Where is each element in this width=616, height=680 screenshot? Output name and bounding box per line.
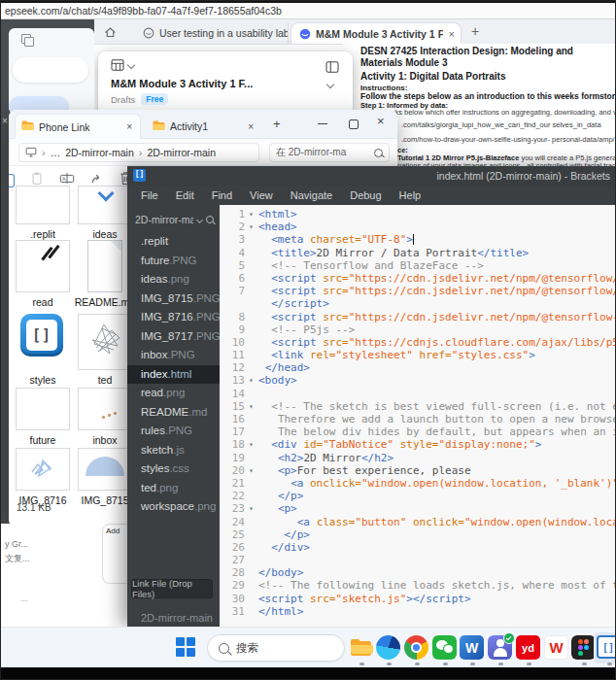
tab-label: M&M Module 3 Activity 1 Formst [316,28,443,40]
explorer-tab-activity1[interactable]: Activity1 × [147,114,261,139]
sidebar-search-icon[interactable] [206,216,214,223]
code-fold-icon[interactable]: ▾ [249,464,258,477]
tree-item-ideas-png[interactable]: ideas.png [127,270,220,289]
screen: epseek.com/a/chat/s/4a9f89bb-fa07-4a7f-9… [0,0,616,680]
browser-tab-user-testing[interactable]: User testing in a usability lab-Sunny [135,22,289,44]
menu-debug[interactable]: Debug [341,189,390,201]
explorer-tab-strip: Phone Link × Activity1 × + × [9,110,397,139]
code-line: 5 <!-- Tensorflow and BlazeFace --> [220,259,616,272]
menu-navigate[interactable]: Navigate [282,189,341,201]
file-item-inbox[interactable]: inbox [77,388,133,446]
taskbar-app-edge[interactable] [376,635,401,661]
code-editor[interactable]: 1▾<html>2▾<head>3 <meta charset="UTF-8">… [220,205,616,627]
tree-item-workspace-png[interactable]: workspace.png [127,497,220,517]
brackets-app-icon [133,169,146,182]
file-item-read[interactable]: read [15,240,71,308]
figma-file-title[interactable]: M&M Module 3 Activity 1 F... [111,78,253,89]
doc-step1-text: Use the links below which offer instruct… [360,108,616,117]
code-line: 11 <link rel="stylesheet" href="styles.c… [220,349,616,361]
browser-tab-mm-module[interactable]: M&M Module 3 Activity 1 Formst × [291,22,462,44]
tree-item-future-PNG[interactable]: future.PNG [127,252,220,271]
file-item-README-md[interactable]: README.md [77,240,133,308]
home-icon[interactable] [104,25,118,39]
new-tab-button[interactable]: + [273,117,281,131]
code-fold-icon[interactable]: ▾ [249,502,258,515]
breadcrumb-item[interactable]: 2D-mirror-main [147,147,216,158]
tab-close-icon[interactable]: × [248,121,254,132]
taskbar-app-wps[interactable]: W [544,635,569,661]
tab-close-icon[interactable]: × [449,28,455,40]
tree-item-IMG_8715-PNG[interactable]: IMG_8715.PNG [127,289,220,309]
file-item-ted[interactable]: ted [77,314,133,386]
doc-link-1[interactable]: .com/talks/giorgia_lupi_how_we_can_find_… [401,120,601,129]
code-fold-icon[interactable]: ▾ [249,438,258,451]
project-dropdown[interactable]: 2D-mirror-main [127,205,220,232]
tree-item-index-html[interactable]: index.html [127,365,220,385]
taskbar-app-chrome[interactable] [404,635,429,661]
menu-help[interactable]: Help [391,189,430,201]
tab-close-icon[interactable]: × [126,121,132,132]
status-text: 13.1 KB [17,502,51,513]
code-line: 15▾ <!-- The sketch is best viewed full-… [220,400,616,413]
tree-item-ted-png[interactable]: ted.png [127,479,220,498]
maximize-button[interactable] [349,119,359,129]
code-line: 23▾ <p> [220,502,616,515]
tree-item-IMG_8716-PNG[interactable]: IMG_8716.PNG [127,308,220,327]
code-fold-icon[interactable]: ▾ [249,221,258,233]
taskbar-search[interactable]: 搜索 [207,634,345,662]
figma-grid-icon[interactable] [111,59,134,71]
running-indicator [498,663,503,665]
breadcrumb[interactable]: › … 2D-mirror-main › 2D-mirror-main [18,143,259,162]
background-close-fragment: × [2,116,8,126]
frag-add-button[interactable]: Add [106,527,120,535]
code-line: 29<!-- The following line loads sketch.j… [220,579,616,592]
breadcrumb-item[interactable]: 2D-mirror-main [65,147,134,158]
menu-view[interactable]: View [241,189,282,201]
code-fold-icon[interactable]: ▾ [249,374,258,387]
tree-item-inbox-PNG[interactable]: inbox.PNG [127,346,220,365]
menu-file[interactable]: File [132,189,167,201]
code-line: 19 <h2>2D Mirror</h2> [220,452,616,464]
file-item-ideas[interactable]: ideas [77,186,133,240]
search-pill[interactable] [13,57,88,83]
file-item-IMG_8716[interactable]: IMG_8716 [15,448,71,506]
figma-free-badge: Free [141,93,168,105]
menu-edit[interactable]: Edit [167,189,203,201]
menu-find[interactable]: Find [203,189,241,201]
taskbar-app-word[interactable]: W [460,635,485,661]
tree-item-IMG_8717-PNG[interactable]: IMG_8717.PNG [127,327,220,347]
figma-title-chevron-icon[interactable] [326,81,334,88]
taskbar-app-wechat[interactable] [432,635,458,661]
file-item-IMG_8715[interactable]: IMG_8715 [77,448,133,506]
breadcrumb-ellipsis[interactable]: … [51,147,61,158]
taskbar-app-brackets[interactable]: [] [597,635,616,661]
taskbar-app-youdao[interactable]: yd [516,635,541,661]
start-button[interactable] [176,637,196,658]
code-fold-icon[interactable]: ▾ [249,400,258,413]
file-label: read [11,296,75,308]
file-item-styles[interactable]: []styles [15,314,71,386]
tree-item-rules-PNG[interactable]: rules.PNG [127,422,220,441]
minimize-button[interactable] [318,123,327,124]
running-indicator [359,663,364,665]
tree-item-sketch-js[interactable]: sketch.js [127,441,220,460]
taskbar: 搜索 WydW[] [1,627,616,667]
tree-item-read-png[interactable]: read.png [127,384,220,403]
taskbar-app-teams[interactable] [488,635,513,661]
close-button[interactable]: × [377,114,385,128]
explorer-tab-phone-link[interactable]: Phone Link × [15,114,141,139]
address-bar[interactable]: epseek.com/a/chat/s/4a9f89bb-fa07-4a7f-9… [1,1,616,19]
doc-link-2[interactable]: .com/how-to-draw-your-own-selfie-using-y… [401,135,615,144]
tree-item-README-md[interactable]: README.md [127,403,220,423]
code-line: </script> [220,297,616,310]
explorer-search-input[interactable]: 在 2D-mirror-ma [269,143,390,162]
new-tab-button[interactable]: + [471,23,479,39]
link-file-dropzone[interactable]: Link File (Drop Files) [131,579,213,598]
taskbar-app-explorer[interactable] [349,635,374,661]
tree-item-styles-css[interactable]: styles.css [127,459,220,479]
file-item-future[interactable]: future [15,388,71,446]
code-fold-icon[interactable]: ▾ [249,208,258,221]
file-item-replit[interactable]: .replit [15,186,71,240]
tree-item-replit[interactable]: .replit [127,232,220,252]
figma-layout-icon[interactable] [325,59,339,77]
